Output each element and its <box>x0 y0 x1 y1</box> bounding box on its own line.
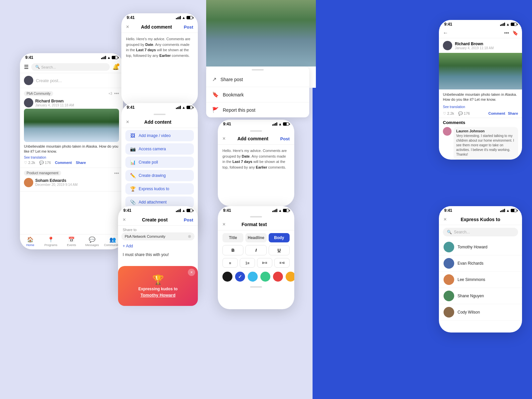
person-item-1[interactable]: Evan Richards <box>439 255 522 272</box>
post-author-2: Soham Edwards December 20, 2019 9:14 AM <box>24 178 119 187</box>
comment-btn-1[interactable]: Comment <box>55 161 72 165</box>
attachment-label: Add attachment <box>139 200 167 204</box>
detail-action-btns: Comment Share <box>488 111 518 115</box>
time-5: 9:41 <box>223 122 231 126</box>
italic-btn[interactable]: I <box>245 245 266 255</box>
add-image-label: Add image / video <box>139 133 171 138</box>
comments-section: Comments Lauren Johnson Very interesting… <box>439 118 522 160</box>
community-tag-1[interactable]: PbA Community <box>24 91 53 96</box>
search-bar[interactable]: 🔍 Search... <box>31 63 110 71</box>
color-selected[interactable]: ✓ <box>235 272 245 282</box>
share-post-item[interactable]: ↗ Share post <box>206 72 309 87</box>
outdent-list-btn[interactable]: ≡⊲ <box>274 258 290 268</box>
status-bar-5: 9:41 ▲ <box>218 120 294 128</box>
community-chip[interactable]: PbA Network Community ⊗ <box>121 232 195 240</box>
poll-label: Create poll <box>139 160 158 165</box>
image-icon: 🖼 <box>129 133 136 138</box>
post-image-1 <box>24 109 119 142</box>
color-black[interactable] <box>222 272 232 282</box>
kudos-search-bar[interactable]: 🔍 Search... <box>443 228 518 236</box>
kudos-header-close[interactable]: × <box>444 216 447 222</box>
nav-messages[interactable]: 💬 Messages <box>82 236 102 247</box>
chip-close[interactable]: ⊗ <box>188 234 191 239</box>
headline-btn[interactable]: Headline <box>245 233 266 242</box>
detail-share-btn[interactable]: Share <box>508 111 518 115</box>
status-bar-9: 9:41 ▲ <box>439 206 522 214</box>
post-meta-1: PbA Community +3 ••• <box>24 91 119 96</box>
drag-handle-5 <box>250 130 262 132</box>
author-avatar-2 <box>24 178 33 187</box>
status-bar-1: 9:41 ▲ <box>20 53 123 61</box>
underline-btn[interactable]: U <box>269 245 290 255</box>
close-btn-2[interactable]: × <box>126 24 129 30</box>
title-btn[interactable]: Title <box>222 233 243 242</box>
create-poll-btn[interactable]: 📊 Create poll <box>125 157 194 168</box>
kudos-name[interactable]: Tomothy Howard <box>140 293 175 298</box>
close-btn-3[interactable]: × <box>126 119 129 125</box>
create-post-text: Create post... <box>36 78 62 83</box>
close-btn-5[interactable]: × <box>222 136 225 142</box>
color-orange[interactable] <box>286 272 294 282</box>
detail-comment-btn[interactable]: Comment <box>488 111 505 115</box>
person-item-2[interactable]: Lee Simmmons <box>439 272 522 288</box>
post-btn-5[interactable]: Post <box>280 136 290 141</box>
nav-home[interactable]: 🏠 Home <box>20 236 41 247</box>
body-btn[interactable]: Body <box>269 233 290 242</box>
post-text-input[interactable]: I must share this with you! <box>118 250 198 260</box>
notification-bell[interactable]: 🔔 <box>112 64 119 70</box>
content-items-list: 🖼 Add image / video 📷 Access camera 📊 Cr… <box>121 130 198 208</box>
create-drawing-btn[interactable]: ✏️ Create drawing <box>125 170 194 181</box>
access-camera-btn[interactable]: 📷 Access camera <box>125 143 194 155</box>
modal-header-2: × Add comment Post <box>121 21 198 33</box>
add-label: + Add <box>123 244 133 248</box>
comments-count-1: 💬 176 <box>39 161 51 165</box>
create-post-bar[interactable]: Create post... <box>20 73 123 88</box>
color-cyan[interactable] <box>248 272 258 282</box>
nav-programs[interactable]: 📍 Programs <box>41 236 61 247</box>
status-bar-6: 9:41 ▲ <box>118 206 198 214</box>
add-community-btn[interactable]: + Add <box>118 242 198 250</box>
express-kudos-btn[interactable]: 🏆 Express kudos to <box>125 183 194 195</box>
menu-icon[interactable]: ☰ <box>24 64 29 70</box>
add-image-video-btn[interactable]: 🖼 Add image / video <box>125 130 194 141</box>
format-style-row2: B I U <box>218 244 294 257</box>
post-btn-6[interactable]: Post <box>184 217 193 222</box>
person-item-4[interactable]: Cody Wilson <box>439 304 522 321</box>
color-red[interactable] <box>273 272 283 282</box>
bookmark-btn[interactable]: 🔖 <box>512 30 518 36</box>
color-green[interactable] <box>260 272 270 282</box>
close-btn-7[interactable]: × <box>222 221 225 227</box>
bookmark-item[interactable]: 🔖 Bookmark <box>206 87 309 102</box>
bullet-list-btn[interactable]: ≡ <box>222 258 238 268</box>
person-item-3[interactable]: Shane Nguyen <box>439 288 522 304</box>
post-caption-1: Unbelievable mountain photo taken in Ala… <box>24 144 119 154</box>
modal-header-5: × Add comment Post <box>218 133 294 145</box>
community-tag-2[interactable]: Product management <box>24 171 61 176</box>
kudos-search-placeholder: Search... <box>454 230 470 234</box>
detail-see-translation[interactable]: See translation <box>439 105 522 110</box>
modal-header-6: × Create post Post <box>118 214 198 226</box>
mountain-bg-1 <box>24 109 119 142</box>
kudos-header-title: Express Kudos to <box>461 217 500 222</box>
detail-caption: Unbelievable mountain photo taken in Ala… <box>439 89 522 105</box>
share-btn-1[interactable]: Share <box>76 161 86 165</box>
close-btn-6[interactable]: × <box>123 217 126 223</box>
numbered-list-btn[interactable]: 1≡ <box>240 258 255 268</box>
report-item[interactable]: 🚩 Report this post <box>206 102 309 117</box>
format-title: Format text <box>242 222 267 227</box>
kudos-close-btn[interactable]: × <box>188 269 195 276</box>
nav-events[interactable]: 📅 Events <box>61 236 82 247</box>
camera-label: Access camera <box>139 147 166 151</box>
bold-btn[interactable]: B <box>222 245 243 255</box>
person-item-0[interactable]: Tomothy Howard <box>439 239 522 255</box>
indent-list-btn[interactable]: ⊳≡ <box>257 258 272 268</box>
comment-bubble-1: Lauren Johnson Very interesting. I start… <box>454 127 518 160</box>
comment-body-2: Hello. Here's my advice. Comments are gr… <box>121 33 198 62</box>
kudos-modal-header: × Express Kudos to <box>439 214 522 225</box>
dots-menu-1[interactable]: ••• <box>114 91 119 96</box>
post-btn-2[interactable]: Post <box>184 25 193 30</box>
more-btn[interactable]: ••• <box>504 30 509 36</box>
back-btn[interactable]: ← <box>443 30 448 36</box>
see-translation-1[interactable]: See translation <box>24 156 119 159</box>
dots-menu-2[interactable]: ••• <box>114 171 119 176</box>
